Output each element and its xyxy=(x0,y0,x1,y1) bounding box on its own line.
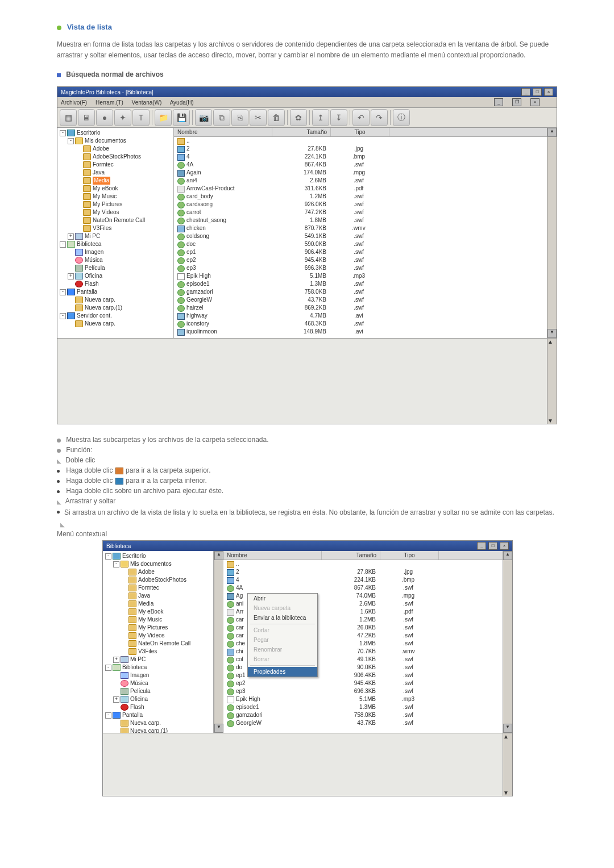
toolbar-btn-6[interactable]: 📁 xyxy=(155,109,172,126)
tree-node[interactable]: Nueva carp. xyxy=(59,296,172,304)
toolbar-btn-1[interactable]: ▦ xyxy=(60,109,77,126)
list-item[interactable]: Epik High5.1MB.mp3 xyxy=(174,272,547,280)
expand-toggle[interactable]: + xyxy=(68,273,74,279)
tree-node[interactable]: AdobeStockPhotos xyxy=(104,576,212,584)
maximize-button[interactable]: □ xyxy=(533,88,542,96)
minimize-button[interactable]: _ xyxy=(521,88,530,96)
toolbar-btn-16[interactable]: ↶ xyxy=(352,109,370,126)
tree-node[interactable]: Adobe xyxy=(104,568,212,576)
menu-ayuda[interactable]: Ayuda(H) xyxy=(170,99,194,106)
expand-toggle[interactable]: - xyxy=(60,289,66,295)
list-header[interactable]: Nombre Tamaño Tipo xyxy=(174,128,547,137)
tree-node[interactable]: Flash xyxy=(104,703,212,711)
expand-toggle[interactable]: - xyxy=(105,712,111,719)
tree-node[interactable]: -Mis documentos xyxy=(104,560,212,568)
scroll-down-button[interactable]: ▼ xyxy=(214,724,223,733)
col-header-nombre[interactable]: Nombre xyxy=(223,551,322,560)
list-item[interactable]: hairzel869.2KB.swf xyxy=(174,304,547,312)
tree-node[interactable]: Adobe xyxy=(59,145,172,153)
menu-archivo[interactable]: Archivo(F) xyxy=(61,99,87,106)
list-item[interactable]: 4224.1KB.bmp xyxy=(223,576,503,584)
tree-node[interactable]: AdobeStockPhotos xyxy=(59,153,172,161)
tree-scrollbar[interactable]: ▲ ▼ xyxy=(214,551,223,733)
mdi-restore-button[interactable]: ❐ xyxy=(512,98,521,106)
expand-toggle[interactable]: - xyxy=(60,130,66,136)
toolbar-btn-7[interactable]: 💾 xyxy=(173,109,190,126)
expand-toggle[interactable]: + xyxy=(68,233,74,240)
list-item[interactable]: 227.8KB.jpg xyxy=(223,568,503,576)
list-item[interactable]: iquolinmoon148.9MB.avi xyxy=(174,328,547,336)
toolbar-btn-8[interactable]: 📷 xyxy=(195,109,212,126)
col-header-tamano[interactable]: Tamaño xyxy=(272,128,331,136)
tree-node[interactable]: Flash xyxy=(59,280,172,288)
expand-toggle[interactable]: - xyxy=(60,313,66,319)
tree-node[interactable]: Java xyxy=(59,169,172,177)
tree-node[interactable]: Película xyxy=(104,687,212,695)
toolbar-btn-18[interactable]: ⓘ xyxy=(393,109,410,126)
toolbar-btn-11[interactable]: ✂ xyxy=(250,109,267,126)
list-item[interactable]: .. xyxy=(223,560,503,568)
list-item[interactable]: ep2945.4KB.swf xyxy=(223,679,503,687)
col-header-tipo[interactable]: Tipo xyxy=(380,551,439,560)
tree-node[interactable]: -Mis documentos xyxy=(59,137,172,145)
list-item[interactable]: episode11.3MB.swf xyxy=(174,280,547,288)
list-item[interactable]: GeorgieW43.7KB.swf xyxy=(223,719,503,727)
close-button[interactable]: × xyxy=(544,88,553,96)
preview-scrollbar[interactable]: ▲ ▼ xyxy=(503,733,512,796)
toolbar-btn-5[interactable]: T xyxy=(132,109,150,126)
menu-ventana[interactable]: Ventana(W) xyxy=(132,99,162,106)
minimize-button[interactable]: _ xyxy=(477,542,486,550)
col-header-nombre[interactable]: Nombre xyxy=(174,128,272,136)
ctx-send-library[interactable]: Enviar a la biblioteca xyxy=(248,613,317,623)
list-item[interactable]: ep1906.4KB.swf xyxy=(174,248,547,256)
list-item[interactable]: 4A867.4KB.swf xyxy=(174,161,547,169)
list-item[interactable]: gamzadori758.0KB.swf xyxy=(223,711,503,719)
tree-node[interactable]: Java xyxy=(104,592,212,600)
list-item[interactable]: iconstory468.3KB.swf xyxy=(174,320,547,328)
toolbar-btn-13[interactable]: ✿ xyxy=(290,109,307,126)
mdi-close-button[interactable]: × xyxy=(530,98,540,106)
scroll-down-button[interactable]: ▼ xyxy=(547,329,557,338)
expand-toggle[interactable]: + xyxy=(113,696,119,703)
tree-node[interactable]: NateOn Remote Call xyxy=(104,640,212,648)
tree-node[interactable]: My Pictures xyxy=(59,201,172,208)
list-item[interactable]: carrot747.2KB.swf xyxy=(174,208,547,216)
tree-node[interactable]: My Videos xyxy=(104,632,212,640)
tree-node[interactable]: Nueva carp.(1) xyxy=(104,727,212,733)
list-body[interactable]: ..227.8KB.jpg4224.1KB.bmp4A867.4KB.swfAg… xyxy=(174,137,547,338)
context-menu[interactable]: Abrir Nueva carpeta Enviar a la bibliote… xyxy=(247,593,318,677)
list-item[interactable]: ep2945.4KB.swf xyxy=(174,256,547,264)
tree-node[interactable]: V3Files xyxy=(59,224,172,232)
preview-scrollbar[interactable]: ▲ ▼ xyxy=(547,339,557,424)
list-item[interactable]: chicken870.7KB.wmv xyxy=(174,224,547,232)
list-item[interactable]: 4224.1KB.bmp xyxy=(174,153,547,161)
list-item[interactable]: Epik High5.1MB.mp3 xyxy=(223,695,503,703)
tree-node[interactable]: -Escritorio xyxy=(104,552,212,560)
tree-node[interactable]: Formtec xyxy=(104,584,212,592)
expand-toggle[interactable]: + xyxy=(113,657,119,663)
scroll-down-button[interactable]: ▼ xyxy=(547,418,557,424)
list-item[interactable]: ep3696.3KB.swf xyxy=(174,264,547,272)
tree-node[interactable]: Nueva carp. xyxy=(104,719,212,727)
expand-toggle[interactable]: - xyxy=(105,553,111,560)
toolbar-btn-12[interactable]: 🗑 xyxy=(268,109,285,126)
tree-node[interactable]: Nueva carp.(1) xyxy=(59,304,172,312)
scroll-up-button[interactable]: ▲ xyxy=(503,733,512,740)
scroll-up-button[interactable]: ▲ xyxy=(503,551,512,560)
scroll-down-button[interactable]: ▼ xyxy=(503,790,512,796)
tree-node[interactable]: My Videos xyxy=(59,208,172,216)
list-header[interactable]: Nombre Tamaño Tipo xyxy=(223,551,503,560)
list-item[interactable]: ArrowCast-Product311.6KB.pdf xyxy=(174,185,547,193)
list-item[interactable]: coldsong549.1KB.swf xyxy=(174,232,547,240)
menu-herram[interactable]: Herram.(T) xyxy=(96,99,123,106)
tree-node[interactable]: Nueva carp. xyxy=(59,320,172,328)
tree-node[interactable]: V3Files xyxy=(104,648,212,656)
tree-node[interactable]: My Music xyxy=(59,193,172,201)
list-item[interactable]: ep3696.3KB.swf xyxy=(223,687,503,695)
tree-node[interactable]: My Pictures xyxy=(104,624,212,632)
list-item[interactable]: doc590.0KB.swf xyxy=(174,240,547,248)
tree-node[interactable]: -Biblioteca xyxy=(104,663,212,671)
expand-toggle[interactable]: - xyxy=(113,561,119,567)
tree-node[interactable]: -Biblioteca xyxy=(59,240,172,248)
ctx-open[interactable]: Abrir xyxy=(248,594,317,603)
